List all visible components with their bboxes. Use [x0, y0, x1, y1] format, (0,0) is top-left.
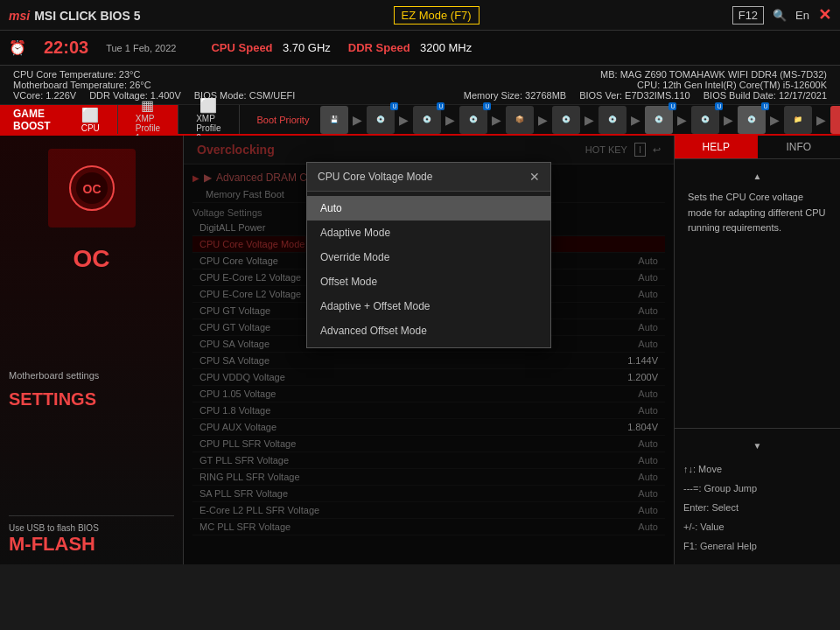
boot-item-6[interactable]: 💿: [552, 106, 580, 134]
modal-option-adaptive[interactable]: Adaptive Mode: [307, 220, 550, 245]
boot-arrow-6: ▶: [584, 113, 594, 127]
mflash-label[interactable]: M-FLASH: [9, 533, 174, 556]
center-panel: Overclocking HOT KEY I ↩ ▶ Advanced DRAM…: [184, 136, 674, 564]
speed-info: CPU Speed 3.70 GHz DDR Speed 3200 MHz: [211, 41, 472, 54]
cpu-speed-label: CPU Speed: [211, 41, 272, 54]
boot-item-7[interactable]: 💿: [598, 106, 626, 134]
main-layout: OC OC Motherboard settings SETTINGS Use …: [0, 136, 840, 564]
left-panel: OC OC Motherboard settings SETTINGS Use …: [0, 136, 184, 564]
mem-size: Memory Size: 32768MB: [464, 90, 566, 101]
f12-label[interactable]: F12: [732, 6, 764, 24]
boot-priority-label: Boot Priority: [257, 115, 310, 125]
top-right-controls: F12 🔍 En ✕: [732, 5, 831, 24]
mb-name: MB: MAG Z690 TOMAHAWK WIFI DDR4 (MS-7D32…: [600, 69, 827, 80]
right-panel: HELP INFO ▲ Sets the CPU Core voltage mo…: [674, 136, 840, 564]
oc-label: OC: [9, 245, 174, 273]
boot-priority-area: Boot Priority 💾 ▶ 💿U ▶ 💿U ▶ 💿U ▶ 📦 ▶ 💿 ▶…: [257, 106, 840, 134]
mb-temp: Motherboard Temperature: 26°C: [13, 80, 151, 90]
date-display: Tue 1 Feb, 2022: [106, 43, 176, 53]
boot-arrow-2: ▶: [399, 113, 409, 127]
scrollbar-up[interactable]: ▲: [683, 168, 831, 186]
boot-item-11[interactable]: 📁: [784, 106, 812, 134]
sys-info-right: MB: MAG Z690 TOMAHAWK WIFI DDR4 (MS-7D32…: [433, 69, 827, 101]
cpu-temp: CPU Core Temperature: 23°C: [13, 69, 140, 80]
boot-arrow-11: ▶: [816, 113, 826, 127]
boot-arrow-4: ▶: [492, 113, 501, 127]
logo: msi MSI CLICK BIOS 5: [9, 6, 141, 24]
modal-option-adaptive-offset[interactable]: Adaptive + Offset Mode: [307, 294, 550, 318]
help-info-tabs: HELP INFO: [675, 136, 840, 159]
xmp1-profile-button[interactable]: ▦ XMP Profile 1: [118, 105, 178, 134]
boot-item-5[interactable]: 📦: [506, 106, 534, 134]
help-text: Sets the CPU Core voltage mode for adapt…: [683, 186, 831, 241]
boot-item-1[interactable]: 💾: [320, 106, 348, 134]
boot-arrow-3: ▶: [445, 113, 455, 127]
bios-ver: BIOS Ver: E7D32IMS.110: [579, 90, 690, 101]
cpu-profile-button[interactable]: ⬜ CPU: [64, 105, 118, 134]
boot-item-9[interactable]: 💿U: [691, 106, 719, 134]
boot-arrow-9: ▶: [724, 113, 733, 127]
cpu-speed-value: 3.70 GHz: [283, 41, 331, 54]
boot-item-8[interactable]: 💿U: [645, 106, 673, 134]
oc-icon: OC: [48, 149, 136, 228]
modal-overlay: CPU Core Voltage Mode ✕ Auto Adaptive Mo…: [184, 136, 674, 564]
boot-item-10[interactable]: 💿U: [738, 106, 766, 134]
boot-item-2[interactable]: 💿U: [367, 106, 395, 134]
modal-option-offset[interactable]: Offset Mode: [307, 270, 550, 294]
xmp2-profile-button[interactable]: ⬜ XMP Profile 2: [178, 105, 239, 134]
boot-arrow-8: ▶: [677, 113, 687, 127]
system-info-bar: CPU Core Temperature: 23°C Motherboard T…: [0, 66, 840, 105]
modal-options-list: Auto Adaptive Mode Override Mode Offset …: [307, 192, 550, 347]
legend-enter: Enter: Select: [683, 498, 831, 517]
lang-label[interactable]: En: [795, 9, 809, 22]
modal-option-override[interactable]: Override Mode: [307, 245, 550, 270]
top-bar: msi MSI CLICK BIOS 5 EZ Mode (F7) F12 🔍 …: [0, 0, 840, 31]
modal-option-auto[interactable]: Auto: [307, 196, 550, 220]
modal-header: CPU Core Voltage Mode ✕: [307, 163, 550, 192]
mb-settings-label: Motherboard settings: [9, 370, 174, 381]
boot-item-4[interactable]: 💿U: [459, 106, 487, 134]
game-boost-bar: GAME BOOST ⬜ CPU ▦ XMP Profile 1 ⬜ XMP P…: [0, 105, 840, 136]
legend-move: ↑↓: Move: [683, 459, 831, 479]
boot-arrow-1: ▶: [353, 113, 362, 127]
mflash-sub-label: Use USB to flash BIOS: [9, 523, 174, 533]
xmp1-icon: ▦: [141, 97, 154, 114]
modal-dialog: CPU Core Voltage Mode ✕ Auto Adaptive Mo…: [306, 162, 551, 348]
cpu-label: CPU: [81, 123, 100, 133]
bios-date: BIOS Build Date: 12/17/2021: [704, 90, 827, 101]
cpu-icon: ⬜: [81, 107, 99, 123]
key-legend: ▼ ↑↓: Move ---=: Group Jump Enter: Selec…: [675, 428, 840, 564]
modal-title: CPU Core Voltage Mode: [318, 171, 432, 183]
tab-info[interactable]: INFO: [758, 136, 841, 158]
boot-arrow-10: ▶: [770, 113, 780, 127]
mflash-section: Use USB to flash BIOS M-FLASH: [9, 515, 174, 556]
ddr-speed-label: DDR Speed: [348, 41, 410, 54]
info-bar: ⏰ 22:03 Tue 1 Feb, 2022 CPU Speed 3.70 G…: [0, 31, 840, 66]
boot-arrow-5: ▶: [538, 113, 548, 127]
tab-help[interactable]: HELP: [675, 136, 758, 158]
modal-close-button[interactable]: ✕: [529, 170, 540, 184]
game-boost-label: GAME BOOST: [0, 105, 64, 134]
clock-display: 22:03: [44, 38, 88, 58]
cpu-name: CPU: 12th Gen Intel(R) Core(TM) i5-12600…: [637, 80, 827, 90]
scrollbar-down[interactable]: ▼: [683, 438, 831, 455]
legend-help: F1: General Help: [683, 536, 831, 556]
legend-group-jump: ---=: Group Jump: [683, 479, 831, 498]
svg-text:OC: OC: [82, 182, 101, 196]
help-content: ▲ Sets the CPU Core voltage mode for ada…: [675, 159, 840, 428]
modal-option-advanced-offset[interactable]: Advanced Offset Mode: [307, 318, 550, 343]
ez-mode-button[interactable]: EZ Mode (F7): [394, 6, 480, 24]
xmp2-icon: ⬜: [200, 97, 217, 114]
close-button[interactable]: ✕: [818, 5, 831, 24]
boot-item-12[interactable]: 📁: [830, 106, 840, 134]
ddr-speed-value: 3200 MHz: [420, 41, 472, 54]
vcore: VCore: 1.226V: [13, 90, 76, 101]
boot-item-3[interactable]: 💿U: [413, 106, 441, 134]
legend-value: +/-: Value: [683, 517, 831, 536]
ddr-volt: DDR Voltage: 1.400V: [89, 90, 181, 101]
settings-label: SETTINGS: [9, 389, 174, 410]
clock-icon: ⏰: [9, 39, 26, 56]
boot-arrow-7: ▶: [631, 113, 640, 127]
search-icon[interactable]: 🔍: [773, 9, 787, 22]
